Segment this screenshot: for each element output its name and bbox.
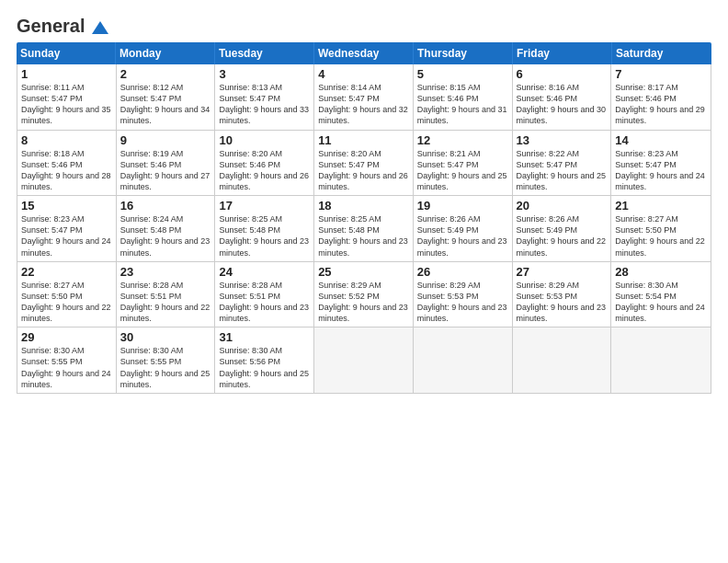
cell-info: Sunrise: 8:29 AMSunset: 5:53 PMDaylight:… <box>517 280 608 325</box>
calendar-row: 29 Sunrise: 8:30 AMSunset: 5:55 PMDaylig… <box>17 327 711 393</box>
svg-marker-0 <box>92 21 108 34</box>
day-number: 13 <box>517 133 608 147</box>
day-number: 25 <box>318 265 409 279</box>
header-day: Saturday <box>612 42 711 64</box>
day-number: 1 <box>21 67 112 81</box>
cell-info: Sunrise: 8:20 AMSunset: 5:46 PMDaylight:… <box>219 148 310 193</box>
calendar-cell: 27 Sunrise: 8:29 AMSunset: 5:53 PMDaylig… <box>513 262 612 327</box>
calendar-cell <box>314 327 414 393</box>
day-number: 29 <box>21 330 112 344</box>
cell-info: Sunrise: 8:29 AMSunset: 5:52 PMDaylight:… <box>318 280 409 325</box>
cell-info: Sunrise: 8:29 AMSunset: 5:53 PMDaylight:… <box>417 280 508 325</box>
cell-info: Sunrise: 8:30 AMSunset: 5:55 PMDaylight:… <box>120 345 211 390</box>
day-number: 28 <box>615 265 707 279</box>
day-number: 6 <box>517 67 608 81</box>
cell-info: Sunrise: 8:11 AMSunset: 5:47 PMDaylight:… <box>21 82 112 127</box>
calendar-cell: 31 Sunrise: 8:30 AMSunset: 5:56 PMDaylig… <box>215 327 314 393</box>
calendar-cell: 14 Sunrise: 8:23 AMSunset: 5:47 PMDaylig… <box>611 131 711 196</box>
cell-info: Sunrise: 8:12 AMSunset: 5:47 PMDaylight:… <box>120 82 211 127</box>
day-number: 5 <box>417 67 508 81</box>
calendar: SundayMondayTuesdayWednesdayThursdayFrid… <box>17 42 711 554</box>
header-day: Sunday <box>17 42 116 64</box>
day-number: 2 <box>120 67 211 81</box>
calendar-cell: 3 Sunrise: 8:13 AMSunset: 5:47 PMDayligh… <box>215 64 314 130</box>
cell-info: Sunrise: 8:21 AMSunset: 5:47 PMDaylight:… <box>417 148 508 193</box>
day-number: 15 <box>21 199 112 213</box>
header-day: Monday <box>116 42 215 64</box>
calendar-cell: 28 Sunrise: 8:30 AMSunset: 5:54 PMDaylig… <box>611 262 711 327</box>
logo-icon <box>92 21 108 34</box>
day-number: 12 <box>417 133 508 147</box>
cell-info: Sunrise: 8:30 AMSunset: 5:55 PMDaylight:… <box>21 345 112 390</box>
calendar-cell: 29 Sunrise: 8:30 AMSunset: 5:55 PMDaylig… <box>17 327 117 393</box>
calendar-cell: 19 Sunrise: 8:26 AMSunset: 5:49 PMDaylig… <box>414 196 513 261</box>
calendar-cell: 7 Sunrise: 8:17 AMSunset: 5:46 PMDayligh… <box>611 64 711 130</box>
cell-info: Sunrise: 8:25 AMSunset: 5:48 PMDaylight:… <box>219 213 310 259</box>
calendar-cell: 9 Sunrise: 8:19 AMSunset: 5:46 PMDayligh… <box>117 131 216 196</box>
calendar-cell: 11 Sunrise: 8:20 AMSunset: 5:47 PMDaylig… <box>314 131 414 196</box>
day-number: 4 <box>318 67 409 81</box>
calendar-cell: 25 Sunrise: 8:29 AMSunset: 5:52 PMDaylig… <box>314 262 414 327</box>
calendar-cell: 18 Sunrise: 8:25 AMSunset: 5:48 PMDaylig… <box>314 196 414 261</box>
cell-info: Sunrise: 8:30 AMSunset: 5:56 PMDaylight:… <box>219 345 310 390</box>
day-number: 21 <box>615 199 707 213</box>
header-day: Friday <box>513 42 612 64</box>
cell-info: Sunrise: 8:26 AMSunset: 5:49 PMDaylight:… <box>517 213 608 259</box>
cell-info: Sunrise: 8:15 AMSunset: 5:46 PMDaylight:… <box>417 82 508 127</box>
day-number: 27 <box>517 265 608 279</box>
cell-info: Sunrise: 8:25 AMSunset: 5:48 PMDaylight:… <box>318 213 409 259</box>
day-number: 16 <box>120 199 211 213</box>
cell-info: Sunrise: 8:23 AMSunset: 5:47 PMDaylight:… <box>21 213 112 259</box>
calendar-cell: 23 Sunrise: 8:28 AMSunset: 5:51 PMDaylig… <box>117 262 216 327</box>
cell-info: Sunrise: 8:27 AMSunset: 5:50 PMDaylight:… <box>615 213 707 259</box>
cell-info: Sunrise: 8:18 AMSunset: 5:46 PMDaylight:… <box>21 148 112 193</box>
calendar-header: SundayMondayTuesdayWednesdayThursdayFrid… <box>17 42 711 64</box>
cell-info: Sunrise: 8:24 AMSunset: 5:48 PMDaylight:… <box>120 213 211 259</box>
calendar-cell: 16 Sunrise: 8:24 AMSunset: 5:48 PMDaylig… <box>117 196 216 261</box>
day-number: 18 <box>318 199 409 213</box>
calendar-cell: 4 Sunrise: 8:14 AMSunset: 5:47 PMDayligh… <box>314 64 414 130</box>
calendar-cell: 22 Sunrise: 8:27 AMSunset: 5:50 PMDaylig… <box>17 262 117 327</box>
calendar-cell <box>611 327 711 393</box>
calendar-row: 15 Sunrise: 8:23 AMSunset: 5:47 PMDaylig… <box>17 196 711 262</box>
day-number: 20 <box>517 199 608 213</box>
calendar-body: 1 Sunrise: 8:11 AMSunset: 5:47 PMDayligh… <box>17 64 711 394</box>
calendar-cell: 26 Sunrise: 8:29 AMSunset: 5:53 PMDaylig… <box>414 262 513 327</box>
day-number: 24 <box>219 265 310 279</box>
calendar-cell: 20 Sunrise: 8:26 AMSunset: 5:49 PMDaylig… <box>513 196 612 261</box>
day-number: 26 <box>417 265 508 279</box>
day-number: 30 <box>120 330 211 344</box>
calendar-page: General SundayMondayTuesdayWednesdayThur… <box>0 0 728 563</box>
cell-info: Sunrise: 8:27 AMSunset: 5:50 PMDaylight:… <box>21 280 112 325</box>
calendar-cell: 5 Sunrise: 8:15 AMSunset: 5:46 PMDayligh… <box>414 64 513 130</box>
header-day: Wednesday <box>314 42 414 64</box>
page-header: General <box>17 17 711 33</box>
calendar-cell <box>513 327 612 393</box>
calendar-cell: 2 Sunrise: 8:12 AMSunset: 5:47 PMDayligh… <box>117 64 216 130</box>
logo-general: General <box>17 17 108 35</box>
day-number: 7 <box>615 67 707 81</box>
calendar-cell: 6 Sunrise: 8:16 AMSunset: 5:46 PMDayligh… <box>513 64 612 130</box>
day-number: 8 <box>21 133 112 147</box>
calendar-cell: 8 Sunrise: 8:18 AMSunset: 5:46 PMDayligh… <box>17 131 117 196</box>
cell-info: Sunrise: 8:30 AMSunset: 5:54 PMDaylight:… <box>615 280 707 325</box>
cell-info: Sunrise: 8:17 AMSunset: 5:46 PMDaylight:… <box>615 82 707 127</box>
cell-info: Sunrise: 8:19 AMSunset: 5:46 PMDaylight:… <box>120 148 211 193</box>
calendar-cell <box>414 327 513 393</box>
day-number: 23 <box>120 265 211 279</box>
calendar-cell: 30 Sunrise: 8:30 AMSunset: 5:55 PMDaylig… <box>117 327 216 393</box>
calendar-cell: 12 Sunrise: 8:21 AMSunset: 5:47 PMDaylig… <box>414 131 513 196</box>
day-number: 9 <box>120 133 211 147</box>
calendar-cell: 10 Sunrise: 8:20 AMSunset: 5:46 PMDaylig… <box>215 131 314 196</box>
cell-info: Sunrise: 8:14 AMSunset: 5:47 PMDaylight:… <box>318 82 409 127</box>
cell-info: Sunrise: 8:22 AMSunset: 5:47 PMDaylight:… <box>517 148 608 193</box>
day-number: 31 <box>219 330 310 344</box>
calendar-cell: 17 Sunrise: 8:25 AMSunset: 5:48 PMDaylig… <box>215 196 314 261</box>
header-day: Tuesday <box>215 42 314 64</box>
cell-info: Sunrise: 8:28 AMSunset: 5:51 PMDaylight:… <box>120 280 211 325</box>
cell-info: Sunrise: 8:16 AMSunset: 5:46 PMDaylight:… <box>517 82 608 127</box>
day-number: 10 <box>219 133 310 147</box>
calendar-row: 1 Sunrise: 8:11 AMSunset: 5:47 PMDayligh… <box>17 64 711 131</box>
calendar-row: 8 Sunrise: 8:18 AMSunset: 5:46 PMDayligh… <box>17 131 711 197</box>
logo: General <box>17 17 108 33</box>
